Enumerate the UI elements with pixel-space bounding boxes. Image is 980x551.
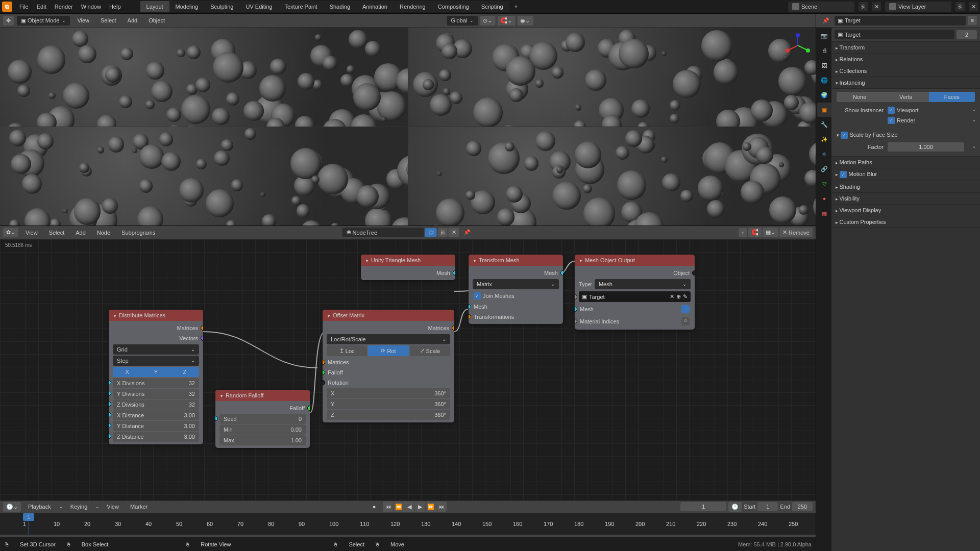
nodetree-unlink-button[interactable]: ✕ [449, 228, 459, 237]
sec-shading[interactable]: Shading [831, 181, 980, 193]
tab-layout[interactable]: Layout [140, 1, 169, 12]
xdist-field[interactable]: X Distance3.00 [113, 410, 199, 420]
inst-none-button[interactable]: None [837, 92, 883, 102]
node-mesh-output[interactable]: Mesh Object Output Object Type:Mesh ▣Tar… [575, 255, 695, 330]
tab-texpaint[interactable]: Texture Paint [278, 1, 323, 12]
tab-object-icon[interactable]: ▣ [817, 103, 831, 117]
editor-type-icon[interactable]: ✿⌄ [3, 228, 18, 237]
menu-file[interactable]: File [15, 2, 33, 12]
mesh-toggle-icon[interactable] [681, 305, 690, 313]
jump-start-button[interactable]: ⏮ [383, 502, 393, 512]
tab-compositing[interactable]: Compositing [432, 1, 475, 12]
add-icon[interactable]: ⊕ [676, 293, 681, 300]
ne-menu-node[interactable]: Node [93, 228, 114, 238]
tab-texture-icon[interactable]: ▦ [817, 206, 831, 220]
vp-menu-view[interactable]: View [73, 15, 93, 26]
viewport-checkbox[interactable]: ✓ [888, 107, 895, 114]
menu-edit[interactable]: Edit [33, 2, 51, 12]
eyedropper-icon[interactable]: ✎ [683, 293, 688, 300]
zdiv-field[interactable]: Z Divisions32 [113, 399, 199, 410]
node-random-falloff[interactable]: Random Falloff Falloff Seed0 Min0.00 Max… [215, 390, 310, 448]
orientation-selector[interactable]: Global⌄ [447, 16, 478, 26]
inst-verts-button[interactable]: Verts [883, 92, 928, 102]
ne-menu-select[interactable]: Select [45, 228, 69, 238]
factor-field[interactable]: 1.000 [888, 142, 964, 152]
menu-render[interactable]: Render [51, 2, 77, 12]
rot-x-field[interactable]: X360° [327, 388, 450, 398]
tl-playback[interactable]: Playback [24, 502, 55, 512]
loc-toggle[interactable]: ↥ Loc [327, 345, 367, 356]
tab-particle-icon[interactable]: ✨ [817, 132, 831, 146]
pinned-object[interactable]: ▣Target [835, 16, 966, 26]
cursor-tool-icon[interactable]: ✥ [3, 16, 14, 26]
tab-uv[interactable]: UV Editing [239, 1, 278, 12]
tab-modifier-icon[interactable]: 🔧 [817, 117, 831, 132]
max-field[interactable]: Max1.00 [219, 435, 306, 445]
axis-z-button[interactable]: Z [170, 367, 199, 377]
viewlayer-selector[interactable]: View Layer [885, 2, 951, 12]
scene-selector[interactable]: Scene [788, 2, 854, 12]
tab-scripting[interactable]: Scripting [475, 1, 509, 12]
node-title[interactable]: Transform Mesh [469, 255, 563, 266]
clear-icon[interactable]: ✕ [670, 293, 674, 300]
tab-world-icon[interactable]: 🌍 [817, 88, 831, 102]
matrix-select[interactable]: Matrix [473, 279, 559, 289]
object-name-field[interactable]: ▣Target [835, 30, 954, 39]
tl-view[interactable]: View [103, 502, 123, 512]
seed-field[interactable]: Seed0 [219, 414, 306, 424]
axis-x-button[interactable]: X [113, 367, 141, 377]
ne-menu-subprograms[interactable]: Subprograms [117, 228, 159, 238]
dist-step-select[interactable]: Step [113, 356, 199, 366]
shield-icon[interactable]: 🛡 [425, 228, 437, 237]
pin-icon[interactable]: 📌 [819, 16, 832, 26]
nodetree-selector[interactable]: ❀ NodeTree [342, 228, 424, 237]
node-title[interactable]: Unity Triangle Mesh [361, 255, 455, 266]
options-icon[interactable]: ≡ [968, 16, 977, 25]
pin-icon[interactable]: 📌 [460, 228, 474, 237]
node-editor[interactable]: 50.5186 ms Distribute Matrices Matrices … [0, 239, 816, 500]
tab-render-icon[interactable]: 📷 [817, 29, 831, 43]
ydiv-field[interactable]: Y Divisions32 [113, 389, 199, 399]
keyframe-prev-button[interactable]: ⏪ [394, 502, 404, 512]
vp-menu-object[interactable]: Object [144, 15, 169, 26]
sec-relations[interactable]: Relations [831, 54, 980, 65]
app-logo-icon[interactable]: ⧉ [2, 2, 12, 12]
autozoom-button[interactable]: ▦⌄ [763, 228, 778, 237]
preview-range-button[interactable]: 🕐 [728, 502, 742, 512]
pivot-button[interactable]: ⊙⌄ [480, 16, 495, 26]
anim-dot[interactable] [973, 120, 975, 121]
anim-dot[interactable] [973, 146, 975, 148]
min-field[interactable]: Min0.00 [219, 424, 306, 435]
menu-help[interactable]: Help [105, 2, 125, 12]
current-frame-field[interactable]: 1 [680, 502, 726, 511]
node-title[interactable]: Mesh Object Output [575, 255, 695, 266]
sec-collections[interactable]: Collections [831, 65, 980, 77]
keyframe-next-button[interactable]: ⏩ [426, 502, 436, 512]
sec-custom[interactable]: Custom Properties [831, 216, 980, 228]
lrs-select[interactable]: Loc/Rot/Scale [327, 334, 450, 344]
vp-menu-select[interactable]: Select [96, 15, 120, 26]
tab-data-icon[interactable]: ▽ [817, 177, 831, 191]
ne-menu-view[interactable]: View [21, 228, 42, 238]
anim-dot[interactable] [973, 110, 975, 111]
start-frame-field[interactable]: 1 [757, 502, 778, 511]
timeline-track[interactable]: 1 11020304050607080901001101201301401501… [0, 513, 816, 535]
node-title[interactable]: Offset Matrix [323, 310, 454, 321]
rot-toggle[interactable]: ⟳ Rot [368, 345, 408, 356]
tab-viewlayer-icon[interactable]: 🖼 [817, 58, 831, 72]
node-transform-mesh[interactable]: Transform Mesh Mesh Matrix ✓Join Meshes … [469, 255, 563, 324]
end-frame-field[interactable]: 250 [792, 502, 813, 511]
viewlayer-new-button[interactable]: ⎘ [955, 2, 965, 11]
snap-button[interactable]: 🧲⌄ [497, 16, 515, 26]
tab-constraint-icon[interactable]: 🔗 [817, 162, 831, 176]
snap-node-button[interactable]: 🧲 [748, 228, 762, 237]
autokey-button[interactable]: ● [369, 502, 379, 512]
node-title[interactable]: Distribute Matrices [109, 310, 203, 321]
scene-new-button[interactable]: ⎘ [859, 2, 868, 11]
tl-keying[interactable]: Keying [66, 502, 92, 512]
parent-tree-button[interactable]: ↑ [739, 228, 748, 237]
sec-motion-blur[interactable]: ✓Motion Blur [831, 168, 980, 181]
render-checkbox[interactable]: ✓ [888, 117, 895, 124]
dist-type-select[interactable]: Grid [113, 344, 199, 355]
ne-menu-add[interactable]: Add [71, 228, 90, 238]
